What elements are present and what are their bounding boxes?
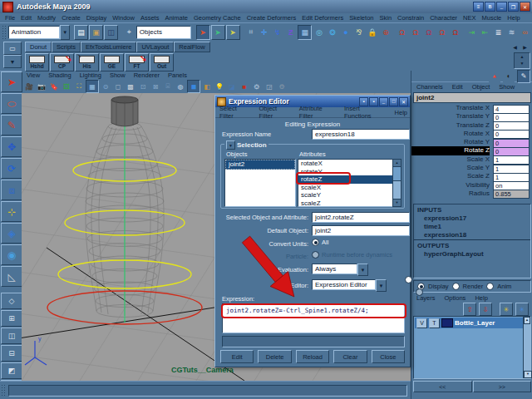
panel-menu-shading[interactable]: Shading (47, 71, 73, 80)
new-scene-icon[interactable]: ▤ (74, 25, 88, 40)
select-mask-icon[interactable]: ⌗ (244, 26, 257, 39)
render-layers-list-icon[interactable]: ≋ (505, 26, 518, 39)
channels-menu[interactable]: Channels (415, 82, 445, 91)
lock-icon[interactable]: 🔒 (366, 26, 378, 39)
layer-template-toggle[interactable]: T (429, 318, 440, 328)
shelf-scroll-left-icon[interactable]: ◀ (510, 42, 520, 51)
render-radio[interactable] (452, 283, 460, 290)
field-chart-icon[interactable]: ⊡ (137, 81, 149, 92)
evaluation-dropdown[interactable]: Always ▼ (312, 264, 368, 274)
new-layer-from-selected-icon[interactable]: ✳ (515, 303, 529, 316)
shadows-icon[interactable]: ◪ (226, 81, 238, 92)
move-layer-up-icon[interactable]: ⇧ (463, 303, 476, 316)
input-item[interactable]: expression18 (414, 230, 530, 240)
construction-history-list-icon[interactable]: ≣ (492, 26, 505, 39)
menu-constrain[interactable]: Constrain (396, 13, 426, 22)
image-plane-icon[interactable]: 🖼 (61, 81, 72, 92)
ee-close-button[interactable]: ✕ (399, 97, 408, 106)
panel-menu-renderer[interactable]: Renderer (132, 71, 161, 80)
menu-character[interactable]: Character (428, 13, 459, 22)
layer-list-scrollbar[interactable]: ▲ ▼ (523, 317, 530, 378)
tool-settings-toggle-icon[interactable]: ◐ (503, 71, 515, 82)
menu-nex[interactable]: NEX (461, 13, 477, 22)
editor-dropdown-arrow[interactable]: ▼ (376, 279, 387, 292)
layers-help-menu[interactable]: Help (473, 293, 489, 303)
layers-next-button[interactable]: >> (473, 381, 532, 392)
ee-menu-help[interactable]: Help (392, 109, 410, 116)
snap-magnet-4-icon[interactable]: Ω (436, 26, 448, 39)
quick-select-icon[interactable]: ⌖ (123, 26, 135, 39)
reload-button[interactable]: Reload (296, 350, 329, 363)
hypershade-layout-icon[interactable]: ◩ (1, 362, 22, 379)
camera-settings-icon[interactable]: ⚙ (276, 81, 288, 92)
ee-maximize-button[interactable]: □ (389, 97, 398, 106)
shaded-mode-icon[interactable]: ◼ (187, 80, 200, 93)
menu-display[interactable]: Display (85, 13, 109, 22)
menu-edit[interactable]: Edit (19, 13, 33, 22)
menu-edit-deformers[interactable]: Edit Deformers (300, 13, 345, 22)
menu-set-dropdown-arrow[interactable]: ▼ (60, 25, 70, 40)
range-slider-empty[interactable] (8, 385, 407, 397)
safe-action-icon[interactable]: ⊠ (150, 81, 161, 92)
layer-name[interactable]: Bottle_Layer (455, 319, 495, 327)
clear-button[interactable]: Clear (333, 350, 367, 363)
layer-row[interactable]: V T Bottle_Layer (415, 318, 523, 328)
shelf-tab-scripts[interactable]: Scripts (52, 42, 81, 52)
use-all-lights-icon[interactable]: 💡 (214, 81, 225, 92)
panel-menu-lighting[interactable]: Lighting (78, 71, 103, 80)
default-object-input[interactable]: joint2 (312, 225, 410, 236)
attributes-list-item[interactable]: scaleZ (298, 200, 393, 208)
shelf-button-hshd[interactable]: Hshd (25, 53, 49, 71)
expression-name-input[interactable]: expression18 (312, 129, 410, 140)
bottom-grip[interactable] (1, 384, 6, 397)
shelf-button-cp[interactable]: CP ➘ (50, 53, 74, 71)
make-live-icon[interactable]: ◎ (313, 26, 325, 39)
expression-textarea[interactable]: joint2.rotateZ=-Ctrl_Spine1.rotateZ/4; (222, 303, 405, 333)
input-connections-icon[interactable]: ⇥ (466, 26, 478, 39)
menu-help[interactable]: Help (505, 13, 521, 22)
layers-prev-button[interactable]: << (413, 381, 472, 392)
attributes-list[interactable]: rotateX rotateY rotateZ scaleX scaleY sc… (298, 159, 394, 207)
shelf-tab-realflow[interactable]: RealFlow (174, 42, 209, 52)
shelf-tab-switcher[interactable]: ▭ (3, 42, 22, 55)
menu-animate[interactable]: Animate (163, 13, 190, 22)
menu-skeleton[interactable]: Skeleton (347, 13, 375, 22)
history-toggle-icon[interactable]: ⅋ (352, 26, 365, 39)
channel-object-name[interactable]: joint2 (413, 92, 531, 103)
status-line-grip[interactable] (2, 25, 7, 40)
link-icon[interactable]: ∞ (519, 26, 531, 39)
bookmark-icon[interactable]: 🔖 (48, 81, 60, 92)
component-mode-icon[interactable]: ➤ (226, 25, 240, 40)
layer-visible-toggle[interactable]: V (416, 318, 427, 328)
window-extra-button-1[interactable]: ≡ (473, 2, 484, 12)
xray-icon[interactable]: ◲ (264, 81, 275, 92)
lasso-tool-icon[interactable]: ⬭ (1, 93, 22, 114)
hierarchy-mode-icon[interactable]: ➤ (196, 25, 210, 40)
attributes-list-item[interactable]: scaleY (298, 191, 393, 200)
resolution-gate-icon[interactable]: ◻ (112, 81, 124, 92)
menu-assets[interactable]: Assets (139, 13, 161, 22)
menu-window[interactable]: Window (111, 13, 136, 22)
cb-edit-menu[interactable]: Edit (451, 82, 465, 91)
minimize-button[interactable]: _ (496, 2, 507, 12)
universal-manipulator-icon[interactable]: ⊹ (1, 201, 22, 222)
shelf-button-ft[interactable]: FT ➘ (125, 53, 149, 71)
cb-show-menu[interactable]: Show (497, 82, 516, 91)
paint-select-tool-icon[interactable]: ✎ (1, 115, 22, 135)
scale-tool-icon[interactable]: ⧈ (1, 180, 22, 200)
menu-geometry-cache[interactable]: Geometry Cache (192, 13, 243, 22)
delete-button[interactable]: Delete (258, 350, 291, 363)
menu-set-selector[interactable]: Animation (8, 26, 60, 39)
shelf-tab-donut[interactable]: Donut (25, 42, 52, 52)
persp-outliner-layout-icon[interactable]: ◫ (1, 328, 22, 344)
shelf-button-his[interactable]: His ◝ (75, 53, 99, 71)
select-camera-icon[interactable]: 📷 (36, 81, 47, 92)
convert-units-partial-radio[interactable] (405, 276, 412, 283)
shelf-right-spinner[interactable]: ▲▼ (514, 52, 530, 69)
attributes-list-item-selected[interactable]: rotateZ (298, 175, 393, 184)
output-item[interactable]: hyperGraphLayout (414, 249, 530, 258)
panel-menu-show[interactable]: Show (108, 71, 127, 80)
selected-attr-input[interactable]: joint2.rotateZ (312, 212, 410, 223)
window-extra-button-2[interactable]: B (485, 2, 495, 12)
shelf-scroll-right-icon[interactable]: ▶ (520, 42, 530, 51)
